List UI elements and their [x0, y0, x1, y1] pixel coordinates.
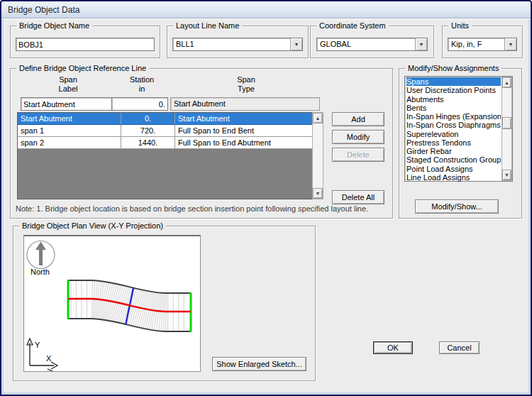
scroll-up-icon[interactable]: ▲ — [502, 77, 511, 88]
column-header-station: Stationin — [113, 75, 170, 94]
list-item[interactable]: User Discretization Points — [406, 86, 501, 94]
table-row[interactable]: Start Abutment 0. Start Abutment — [18, 113, 312, 125]
list-item[interactable]: Staged Construction Groups — [406, 155, 501, 164]
assignments-scrollbar[interactable]: ▲ ▼ — [501, 77, 512, 181]
layout-line-combo[interactable]: BLL1 ▼ — [172, 38, 303, 51]
station-input[interactable] — [111, 97, 168, 111]
cancel-button[interactable]: Cancel — [439, 341, 480, 354]
x-axis-label: X — [46, 354, 52, 363]
bridge-object-name-label: Bridge Object Name — [16, 21, 92, 31]
y-axis-label: Y — [35, 341, 40, 349]
list-item[interactable]: Girder Rebar — [406, 147, 501, 155]
scroll-up-icon[interactable]: ▲ — [313, 113, 323, 123]
span-type-field: Start Abutment — [170, 97, 320, 111]
list-item[interactable]: Abutments — [406, 95, 501, 104]
list-item[interactable]: Line Load Assigns — [406, 173, 501, 182]
units-combo[interactable]: Kip, in, F ▼ — [448, 38, 517, 51]
scroll-down-icon[interactable]: ▼ — [502, 170, 511, 180]
cell-span-type: Start Abutment — [175, 113, 312, 124]
list-item[interactable]: Spans — [406, 77, 501, 86]
column-header-span-label: SpanLabel — [15, 75, 121, 94]
north-label: North — [31, 268, 50, 276]
cell-span-label: span 1 — [18, 125, 121, 136]
chevron-down-icon: ▼ — [419, 42, 424, 47]
assignments-label: Modify/Show Assignments — [405, 64, 501, 73]
table-scrollbar[interactable]: ▲ ▼ — [312, 112, 323, 199]
note-text: Note: 1. Bridge object location is based… — [16, 204, 388, 213]
cell-station: 0. — [121, 113, 175, 124]
cell-station: 720. — [121, 125, 175, 136]
bridge-object-data-dialog: Bridge Object Data Bridge Object Name La… — [0, 0, 532, 396]
reference-line-table: Start Abutment 0. Start Abutment span 1 … — [17, 112, 313, 199]
list-item[interactable]: Superelevation — [406, 130, 501, 138]
window-title: Bridge Object Data — [8, 5, 79, 15]
list-item[interactable]: Bents — [406, 104, 501, 112]
list-item[interactable]: Prestress Tendons — [406, 138, 501, 147]
delete-all-button[interactable]: Delete All — [332, 190, 384, 204]
coordinate-system-value: GLOBAL — [317, 38, 415, 50]
coordinate-system-combo[interactable]: GLOBAL ▼ — [316, 38, 428, 51]
delete-button: Delete — [332, 148, 384, 162]
cell-span-label: span 2 — [18, 137, 121, 148]
coordinate-system-dropdown-button[interactable]: ▼ — [415, 38, 427, 50]
chevron-down-icon: ▼ — [509, 42, 514, 47]
bridge-object-name-input[interactable] — [16, 38, 155, 51]
north-arrow-icon — [35, 242, 46, 266]
modify-button[interactable]: Modify — [332, 130, 384, 144]
chevron-down-icon: ▼ — [294, 42, 299, 47]
span-label-input[interactable] — [21, 97, 117, 111]
table-row[interactable]: span 2 1440. Full Span to End Abutment — [18, 137, 312, 149]
units-value: Kip, in, F — [448, 38, 504, 50]
coordinate-system-label: Coordinate System — [316, 21, 389, 31]
cell-span-label: Start Abutment — [18, 113, 121, 124]
units-label: Units — [448, 21, 472, 31]
add-button[interactable]: Add — [332, 112, 384, 126]
cell-span-type: Full Span to End Bent — [175, 125, 312, 136]
define-reference-line-label: Define Bridge Object Reference Line — [16, 64, 149, 73]
plan-view-label: Bridge Object Plan View (X-Y Projection) — [19, 221, 166, 231]
modify-show-button[interactable]: Modify/Show... — [415, 199, 499, 214]
list-item[interactable]: In-Span Cross Diaphragms — [406, 121, 501, 129]
layout-line-label: Layout Line Name — [173, 21, 242, 31]
x-axis-arrowhead-2 — [48, 369, 54, 371]
bridge-plan-sketch: North Y X — [24, 236, 200, 371]
titlebar[interactable]: Bridge Object Data — [1, 1, 531, 18]
cell-span-type: Full Span to End Abutment — [175, 137, 312, 148]
ok-button[interactable]: OK — [373, 341, 413, 354]
units-dropdown-button[interactable]: ▼ — [504, 38, 516, 50]
list-item[interactable]: In-Span Hinges (Expansion Jts) — [406, 112, 501, 121]
scrollbar-thumb[interactable] — [502, 117, 511, 129]
layout-line-value: BLL1 — [173, 38, 290, 50]
cell-station: 1440. — [121, 137, 175, 148]
list-item[interactable]: Point Load Assigns — [406, 165, 501, 173]
table-row[interactable]: span 1 720. Full Span to End Bent — [18, 125, 312, 137]
layout-line-dropdown-button[interactable]: ▼ — [290, 38, 302, 50]
show-enlarged-sketch-button[interactable]: Show Enlarged Sketch... — [212, 357, 306, 371]
column-header-span-type: SpanType — [174, 75, 318, 94]
assignments-listbox[interactable]: Spans User Discretization Points Abutmen… — [404, 76, 513, 182]
scroll-down-icon[interactable]: ▼ — [313, 188, 323, 199]
plan-view-canvas: North Y X — [23, 235, 201, 372]
